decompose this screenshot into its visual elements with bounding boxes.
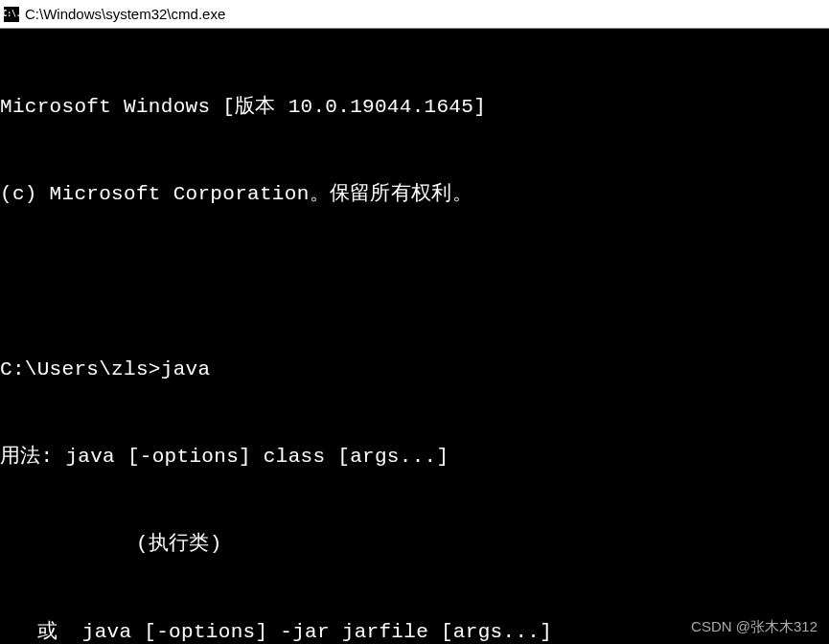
window-title: C:\Windows\system32\cmd.exe bbox=[25, 6, 225, 22]
window-titlebar[interactable]: C:\. C:\Windows\system32\cmd.exe bbox=[0, 0, 829, 29]
terminal-output[interactable]: Microsoft Windows [版本 10.0.19044.1645] (… bbox=[0, 29, 829, 644]
watermark-text: CSDN @张木木312 bbox=[691, 618, 817, 636]
cmd-icon: C:\. bbox=[4, 7, 19, 22]
terminal-line: 用法: java [-options] class [args...] bbox=[0, 443, 829, 472]
terminal-line: (c) Microsoft Corporation。保留所有权利。 bbox=[0, 180, 829, 209]
terminal-line: Microsoft Windows [版本 10.0.19044.1645] bbox=[0, 93, 829, 122]
terminal-line: (执行类) bbox=[0, 530, 829, 559]
terminal-line: C:\Users\zls>java bbox=[0, 356, 829, 384]
terminal-line bbox=[0, 268, 829, 297]
